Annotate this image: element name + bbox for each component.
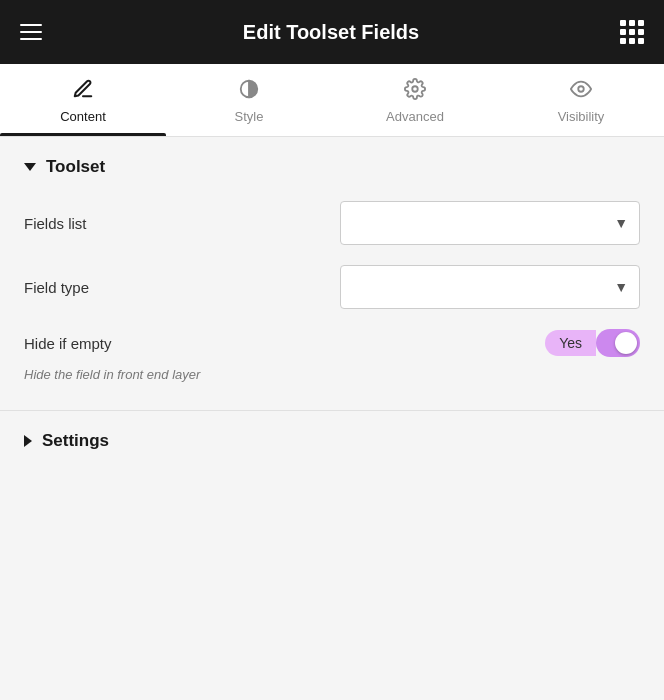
tab-bar: Content Style Advanced Vis xyxy=(0,64,664,137)
field-type-row: Field type ▼ xyxy=(24,265,640,309)
tab-visibility[interactable]: Visibility xyxy=(498,64,664,136)
hide-if-empty-toggle[interactable] xyxy=(596,329,640,357)
toolset-section-title: Toolset xyxy=(46,157,105,177)
field-type-select[interactable] xyxy=(340,265,640,309)
chevron-down-icon xyxy=(24,163,36,171)
tab-advanced-label: Advanced xyxy=(386,109,444,124)
hide-if-empty-toggle-wrapper[interactable]: Yes xyxy=(545,329,640,357)
gear-icon xyxy=(404,78,426,103)
fields-list-row: Fields list ▼ xyxy=(24,201,640,245)
apps-grid-button[interactable] xyxy=(620,20,644,44)
tab-content[interactable]: Content xyxy=(0,64,166,136)
toolset-section: Toolset Fields list ▼ Field type ▼ xyxy=(0,137,664,402)
app-header: Edit Toolset Fields xyxy=(0,0,664,64)
fields-list-label: Fields list xyxy=(24,215,87,232)
fields-list-select-wrapper: ▼ xyxy=(340,201,640,245)
hide-if-empty-hint: Hide the field in front end layer xyxy=(24,367,640,382)
fields-list-select[interactable] xyxy=(340,201,640,245)
field-type-label: Field type xyxy=(24,279,89,296)
page-title: Edit Toolset Fields xyxy=(243,21,419,44)
tab-style-label: Style xyxy=(235,109,264,124)
tab-visibility-label: Visibility xyxy=(558,109,605,124)
svg-point-2 xyxy=(578,86,584,92)
tab-style[interactable]: Style xyxy=(166,64,332,136)
field-type-select-wrapper: ▼ xyxy=(340,265,640,309)
pencil-icon xyxy=(72,78,94,103)
hide-if-empty-row: Hide if empty Yes xyxy=(24,329,640,357)
toggle-yes-label: Yes xyxy=(545,330,596,356)
settings-section-header[interactable]: Settings xyxy=(24,431,640,451)
hamburger-menu-button[interactable] xyxy=(20,24,42,40)
hide-if-empty-label: Hide if empty xyxy=(24,335,112,352)
svg-point-1 xyxy=(412,86,418,92)
eye-icon xyxy=(570,78,592,103)
toolset-section-header[interactable]: Toolset xyxy=(24,157,640,177)
settings-section: Settings xyxy=(0,411,664,471)
chevron-right-icon xyxy=(24,435,32,447)
main-content: Toolset Fields list ▼ Field type ▼ xyxy=(0,137,664,700)
tab-content-label: Content xyxy=(60,109,106,124)
tab-advanced[interactable]: Advanced xyxy=(332,64,498,136)
settings-section-title: Settings xyxy=(42,431,109,451)
toggle-knob xyxy=(615,332,637,354)
half-circle-icon xyxy=(238,78,260,103)
